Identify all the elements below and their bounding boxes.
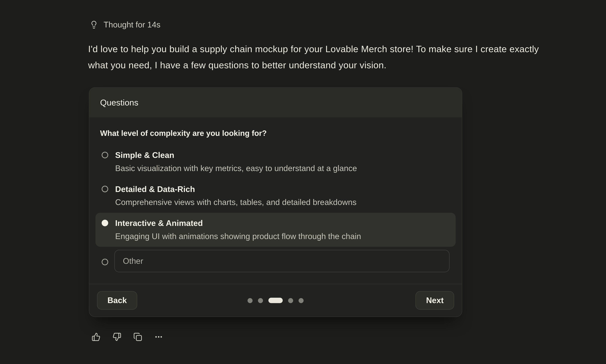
option-label: Detailed & Data-Rich xyxy=(115,184,357,195)
questions-card: Questions What level of complexity are y… xyxy=(89,87,462,317)
option-label: Interactive & Animated xyxy=(115,218,361,229)
other-option-input[interactable] xyxy=(114,250,449,272)
questions-card-body: What level of complexity are you looking… xyxy=(89,117,462,284)
thought-summary-toggle[interactable]: Thought for 14s xyxy=(90,0,161,29)
pagination-dot-active xyxy=(269,298,283,303)
option-description: Comprehensive views with charts, tables,… xyxy=(115,197,357,208)
pagination-dot xyxy=(258,298,263,303)
more-options-button[interactable] xyxy=(154,332,163,341)
option-other[interactable] xyxy=(95,247,456,273)
radio-unselected-icon[interactable] xyxy=(102,259,108,265)
questions-card-footer: Back Next xyxy=(89,284,462,317)
lightbulb-icon xyxy=(90,21,98,29)
thumbs-down-button[interactable] xyxy=(112,332,121,341)
thought-label: Thought for 14s xyxy=(104,20,161,29)
thumbs-up-button[interactable] xyxy=(92,332,100,341)
pagination-dots xyxy=(248,298,304,303)
option-simple-clean[interactable]: Simple & Clean Basic visualization with … xyxy=(95,145,456,179)
option-content: Simple & Clean Basic visualization with … xyxy=(115,150,357,174)
radio-selected-icon[interactable] xyxy=(102,220,108,226)
questions-card-header: Questions xyxy=(89,88,462,117)
option-description: Engaging UI with animations showing prod… xyxy=(115,231,361,242)
card-title: Questions xyxy=(100,98,138,108)
radio-unselected-icon[interactable] xyxy=(102,186,108,192)
copy-button[interactable] xyxy=(133,332,142,341)
radio-unselected-icon[interactable] xyxy=(102,152,108,158)
thumbs-down-icon xyxy=(112,332,121,341)
options-list: Simple & Clean Basic visualization with … xyxy=(95,145,456,273)
option-interactive-animated[interactable]: Interactive & Animated Engaging UI with … xyxy=(95,213,456,247)
copy-icon xyxy=(133,332,142,341)
back-button[interactable]: Back xyxy=(97,291,137,310)
pagination-dot xyxy=(248,298,253,303)
question-text: What level of complexity are you looking… xyxy=(100,129,451,138)
pagination-dot xyxy=(288,298,293,303)
option-description: Basic visualization with key metrics, ea… xyxy=(115,163,357,174)
option-detailed-data-rich[interactable]: Detailed & Data-Rich Comprehensive views… xyxy=(95,179,456,213)
assistant-message-text: I'd love to help you build a supply chai… xyxy=(88,41,540,73)
chat-message-view: Thought for 14s I'd love to help you bui… xyxy=(0,0,606,364)
message-actions xyxy=(92,332,606,341)
option-label: Simple & Clean xyxy=(115,150,357,161)
next-button[interactable]: Next xyxy=(416,291,454,310)
pagination-dot xyxy=(298,298,304,303)
thumbs-up-icon xyxy=(92,332,100,341)
more-options-icon xyxy=(154,332,163,341)
option-content: Interactive & Animated Engaging UI with … xyxy=(115,218,361,242)
option-content: Detailed & Data-Rich Comprehensive views… xyxy=(115,184,357,208)
